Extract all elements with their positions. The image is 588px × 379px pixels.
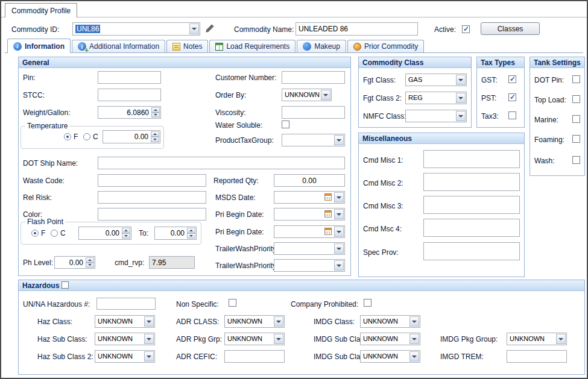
dropdown-arrow-icon[interactable] <box>334 192 344 202</box>
tab-prior-commodity[interactable]: Prior Commodity <box>347 40 424 52</box>
stcc-input[interactable] <box>98 89 161 101</box>
flash-to-spinner[interactable]: 0.00 <box>154 227 197 240</box>
imdg-class-combo[interactable]: UNKNOWN <box>360 315 420 328</box>
spinner-down-icon[interactable] <box>151 137 159 142</box>
water-soluble-checkbox[interactable] <box>282 121 289 128</box>
customer-number-input[interactable] <box>282 71 345 84</box>
pri-begin-date-picker[interactable] <box>274 208 345 221</box>
dropdown-arrow-icon[interactable] <box>334 209 344 219</box>
dropdown-arrow-icon[interactable] <box>409 334 419 344</box>
calendar-icon[interactable] <box>324 193 332 201</box>
spinner-down-icon[interactable] <box>122 233 130 239</box>
dropdown-arrow-icon[interactable] <box>144 351 154 362</box>
active-checkbox[interactable] <box>462 25 470 33</box>
ph-level-spinner[interactable]: 0.00 <box>54 256 95 269</box>
dropdown-arrow-icon[interactable] <box>334 227 344 237</box>
haz-sub-class-combo[interactable]: UNKNOWN <box>95 333 155 345</box>
dropdown-arrow-icon[interactable] <box>334 135 344 145</box>
temperature-c-radio[interactable] <box>83 133 90 140</box>
product-tax-group-combo[interactable] <box>282 134 345 146</box>
pin-input[interactable] <box>98 71 161 84</box>
spinner-up-icon[interactable] <box>86 257 94 263</box>
non-specific-checkbox[interactable] <box>229 299 236 307</box>
tab-makeup[interactable]: Makeup <box>297 40 346 52</box>
reported-qty-input[interactable] <box>274 174 345 187</box>
cmd-misc1-input[interactable] <box>423 150 520 168</box>
pri-begin-date2-picker[interactable] <box>274 225 345 238</box>
dropdown-arrow-icon[interactable] <box>456 75 466 85</box>
haz-sub-class2-combo[interactable]: UNKNOWN <box>95 350 155 363</box>
dot-ship-name-input[interactable] <box>98 157 345 169</box>
adr-cefic-input[interactable] <box>224 350 285 363</box>
dropdown-arrow-icon[interactable] <box>409 316 419 327</box>
commodity-name-input[interactable] <box>296 22 418 36</box>
imdg-sub-class-combo[interactable]: UNKNOWN <box>360 333 420 345</box>
trailer-wash-priority2-combo[interactable] <box>274 259 345 272</box>
spinner-up-icon[interactable] <box>151 107 160 113</box>
flash-f-radio[interactable] <box>31 230 39 237</box>
flash-c-radio[interactable] <box>51 230 58 237</box>
dropdown-arrow-icon[interactable] <box>456 93 466 103</box>
calendar-icon[interactable] <box>324 210 332 218</box>
trailer-wash-priority-combo[interactable] <box>274 242 345 255</box>
dropdown-arrow-icon[interactable] <box>274 334 283 344</box>
temperature-f-radio[interactable] <box>64 133 71 140</box>
dropdown-arrow-icon[interactable] <box>556 334 566 344</box>
weight-gallon-spinner[interactable]: 6.0860 <box>98 106 161 119</box>
color-input[interactable] <box>98 208 206 221</box>
top-load-checkbox[interactable] <box>572 95 580 103</box>
fgt-class-combo[interactable]: GAS <box>405 74 467 86</box>
un-na-hazardous-input[interactable] <box>96 298 156 310</box>
cmd-misc2-input[interactable] <box>423 173 520 191</box>
spec-prov-input[interactable] <box>423 242 520 260</box>
temperature-value-spinner[interactable]: 0.00 <box>103 130 160 143</box>
gst-checkbox[interactable] <box>508 75 516 83</box>
wash-checkbox[interactable] <box>572 156 580 164</box>
classes-button[interactable]: Classes <box>481 22 540 35</box>
order-by-combo[interactable]: UNKNOWN <box>282 89 332 101</box>
edit-pencil-icon[interactable] <box>205 23 215 33</box>
dropdown-arrow-icon[interactable] <box>189 23 199 34</box>
fgt-class2-combo[interactable]: REG <box>405 92 467 104</box>
imdg-pkg-group-combo[interactable]: UNKNOWN <box>507 333 567 345</box>
viscosity-input[interactable] <box>282 106 345 119</box>
foaming-checkbox[interactable] <box>572 135 580 143</box>
flash-value-spinner[interactable]: 0.00 <box>78 227 131 240</box>
tax3-checkbox[interactable] <box>508 111 516 119</box>
spinner-up-icon[interactable] <box>151 131 159 137</box>
dropdown-arrow-icon[interactable] <box>144 334 154 344</box>
company-prohibited-checkbox[interactable] <box>364 299 371 307</box>
hazardous-checkbox[interactable] <box>62 281 69 289</box>
tab-information[interactable]: i Information <box>7 39 71 53</box>
dropdown-arrow-icon[interactable] <box>334 243 344 254</box>
adr-pkg-grp-combo[interactable]: UNKNOWN <box>224 333 285 345</box>
commodity-profile-tab[interactable]: Commodity Profile <box>5 3 77 17</box>
tab-notes[interactable]: Notes <box>166 40 208 52</box>
spinner-down-icon[interactable] <box>151 113 160 118</box>
tab-load-requirements[interactable]: Load Requirements <box>209 40 296 52</box>
spinner-down-icon[interactable] <box>86 263 94 268</box>
nmfc-class-combo[interactable] <box>405 110 467 122</box>
haz-class-combo[interactable]: UNKNOWN <box>95 315 155 328</box>
dot-pin-checkbox[interactable] <box>572 75 580 83</box>
waste-code-input[interactable] <box>98 174 206 187</box>
dropdown-arrow-icon[interactable] <box>334 260 344 271</box>
pst-checkbox[interactable] <box>508 93 516 101</box>
calendar-icon[interactable] <box>324 228 332 235</box>
rel-risk-input[interactable] <box>98 191 206 204</box>
imgd-trem-input[interactable] <box>507 350 567 363</box>
commodity-id-combo[interactable]: UNL86 <box>72 22 200 36</box>
cmd-misc3-input[interactable] <box>423 196 520 214</box>
spinner-down-icon[interactable] <box>187 233 195 239</box>
msds-date-picker[interactable] <box>274 191 345 204</box>
marine-checkbox[interactable] <box>572 115 580 123</box>
spinner-up-icon[interactable] <box>122 228 130 233</box>
spinner-up-icon[interactable] <box>187 228 195 233</box>
dropdown-arrow-icon[interactable] <box>409 351 419 362</box>
tab-additional-information[interactable]: i Additional Information <box>72 40 165 52</box>
dropdown-arrow-icon[interactable] <box>321 90 330 100</box>
cmd-msc4-input[interactable] <box>423 219 520 237</box>
adr-class-combo[interactable]: UNKNOWN <box>224 315 285 328</box>
dropdown-arrow-icon[interactable] <box>274 316 283 327</box>
imdg-sub-class2-combo[interactable]: UNKNOWN <box>360 350 420 363</box>
